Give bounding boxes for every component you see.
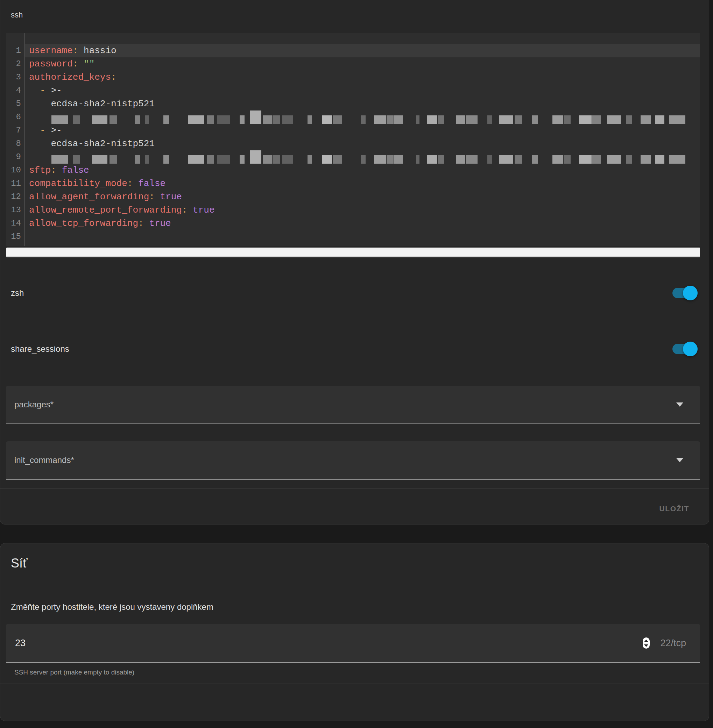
zsh-toggle[interactable] xyxy=(673,288,697,298)
editor-line[interactable]: sftp: false xyxy=(25,164,700,177)
editor-code[interactable]: username: hassiopassword: ""authorized_k… xyxy=(25,33,700,246)
editor-line[interactable]: password: "" xyxy=(25,57,700,71)
line-number: 2 xyxy=(6,57,24,71)
line-number: 13 xyxy=(6,204,24,217)
editor-horizontal-scrollbar[interactable] xyxy=(6,247,700,258)
line-number: 10 xyxy=(6,164,24,177)
chevron-down-icon xyxy=(676,458,683,462)
ssh-port-input[interactable] xyxy=(14,637,121,649)
line-number: 1 xyxy=(6,44,24,57)
ssh-field-label: ssh xyxy=(11,10,23,19)
editor-line[interactable]: authorized_keys: xyxy=(25,71,700,84)
chevron-down-icon xyxy=(676,402,683,406)
editor-line[interactable]: ecdsa-sha2-nistp521 xyxy=(25,97,700,110)
addon-config-page: ssh 123456789101112131415 username: hass… xyxy=(0,0,713,728)
card-footer-divider xyxy=(0,488,709,489)
stepper-divider xyxy=(644,643,649,643)
save-button[interactable]: ULOŽIT xyxy=(657,501,692,517)
line-number: 9 xyxy=(6,150,24,164)
editor-line[interactable]: compatibility_mode: false xyxy=(25,177,700,190)
network-title: Síť xyxy=(11,556,28,571)
network-description: Změňte porty hostitele, které jsou vysta… xyxy=(11,602,213,612)
line-number: 15 xyxy=(6,230,24,243)
init-commands-select-label: init_commands* xyxy=(14,455,74,465)
zsh-toggle-row: zsh xyxy=(11,280,697,306)
zsh-label: zsh xyxy=(11,288,24,298)
editor-gutter: 123456789101112131415 xyxy=(6,33,25,246)
line-number: 8 xyxy=(6,137,24,150)
editor-line[interactable] xyxy=(25,150,700,164)
editor-line[interactable]: - >- xyxy=(25,124,700,137)
editor-line[interactable]: ecdsa-sha2-nistp521 xyxy=(25,137,700,150)
toggle-thumb xyxy=(683,286,698,300)
ssh-port-field: 22/tcp xyxy=(6,624,700,663)
editor-line[interactable]: username: hassio xyxy=(25,44,700,57)
stepper-down-icon[interactable] xyxy=(644,645,648,647)
port-helper-text: SSH server port (make empty to disable) xyxy=(14,668,134,676)
card-footer-divider xyxy=(0,683,709,684)
port-default-label: 22/tcp xyxy=(660,638,686,649)
editor-line[interactable]: allow_agent_forwarding: true xyxy=(25,190,700,204)
share-sessions-label: share_sessions xyxy=(11,344,69,354)
editor-line[interactable]: allow_tcp_forwarding: true xyxy=(25,217,700,230)
editor-line[interactable]: - >- xyxy=(25,84,700,97)
line-number: 6 xyxy=(6,110,24,124)
line-number: 7 xyxy=(6,124,24,137)
packages-select-label: packages* xyxy=(14,400,54,409)
yaml-editor[interactable]: 123456789101112131415 username: hassiopa… xyxy=(6,33,700,246)
editor-line[interactable] xyxy=(25,110,700,124)
editor-line[interactable]: allow_remote_port_forwarding: true xyxy=(25,204,700,217)
line-number: 3 xyxy=(6,71,24,84)
packages-select[interactable]: packages* xyxy=(6,386,700,424)
config-card-actions: ULOŽIT xyxy=(11,498,692,519)
toggle-thumb xyxy=(683,342,698,356)
stepper-up-icon[interactable] xyxy=(644,640,648,642)
share-sessions-toggle[interactable] xyxy=(673,344,697,354)
line-number: 14 xyxy=(6,217,24,230)
editor-line[interactable] xyxy=(25,230,700,243)
port-field-right: 22/tcp xyxy=(643,637,686,649)
config-card: ssh 123456789101112131415 username: hass… xyxy=(0,0,709,524)
network-card: Síť Změňte porty hostitele, které jsou v… xyxy=(0,543,709,721)
line-number: 12 xyxy=(6,190,24,204)
line-number: 5 xyxy=(6,97,24,110)
line-number: 11 xyxy=(6,177,24,190)
share-sessions-toggle-row: share_sessions xyxy=(11,336,697,362)
port-stepper[interactable] xyxy=(643,637,650,649)
line-number: 4 xyxy=(6,84,24,97)
init-commands-select[interactable]: init_commands* xyxy=(6,441,700,480)
